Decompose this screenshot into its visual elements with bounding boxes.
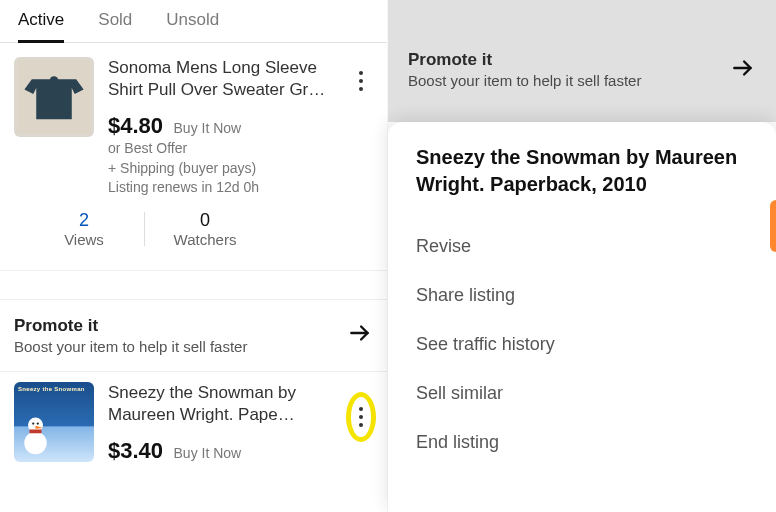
listing-renews: Listing renews in 12d 0h: [108, 178, 349, 198]
listing-card[interactable]: Sonoma Mens Long Sleeve Shirt Pull Over …: [0, 43, 387, 270]
watchers-label: Watchers: [145, 231, 265, 248]
listing-offer: or Best Offer: [108, 139, 349, 159]
sell-similar-action[interactable]: Sell similar: [416, 369, 748, 418]
sheet-listing-title: Sneezy the Snowman by Maureen Wright. Pa…: [416, 144, 748, 198]
views-count: 2: [24, 210, 144, 231]
svg-point-7: [37, 422, 39, 424]
arrow-right-icon: [730, 55, 756, 85]
listing-status-tabs: Active Sold Unsold: [0, 0, 387, 43]
listing-price-type: Buy It Now: [174, 445, 242, 461]
listing-price: $3.40: [108, 438, 163, 463]
listing-thumbnail: [14, 57, 94, 137]
watchers-count: 0: [145, 210, 265, 231]
views-label: Views: [24, 231, 144, 248]
listing-title: Sonoma Mens Long Sleeve Shirt Pull Over …: [108, 57, 349, 101]
tab-active[interactable]: Active: [18, 4, 64, 43]
arrow-right-icon: [347, 320, 373, 350]
book-cover-title: Sneezy the Snowman: [18, 386, 90, 392]
watchers-stat[interactable]: 0 Watchers: [145, 210, 265, 248]
promote-subtitle: Boost your item to help it sell faster: [408, 72, 730, 89]
listing-stats: 2 Views 0 Watchers: [14, 198, 373, 266]
tab-sold[interactable]: Sold: [98, 4, 132, 42]
see-traffic-history-action[interactable]: See traffic history: [416, 320, 748, 369]
end-listing-action[interactable]: End listing: [416, 418, 748, 467]
promote-it-banner[interactable]: Promote it Boost your item to help it se…: [388, 50, 776, 89]
more-options-icon[interactable]: [351, 67, 371, 95]
edge-indicator: [770, 200, 776, 252]
promote-title: Promote it: [408, 50, 730, 70]
listing-shipping: + Shipping (buyer pays): [108, 159, 349, 179]
promote-title: Promote it: [14, 316, 347, 336]
listing-thumbnail: Sneezy the Snowman: [14, 382, 94, 462]
listing-card[interactable]: Sneezy the Snowman Sneezy the Snowman by…: [0, 372, 387, 468]
listing-price-type: Buy It Now: [174, 120, 242, 136]
promote-it-banner[interactable]: Promote it Boost your item to help it se…: [0, 300, 387, 371]
revise-action[interactable]: Revise: [416, 222, 748, 271]
svg-point-4: [24, 432, 47, 455]
svg-rect-5: [30, 429, 42, 433]
share-listing-action[interactable]: Share listing: [416, 271, 748, 320]
svg-point-1: [50, 76, 59, 85]
listing-price: $4.80: [108, 113, 163, 138]
listing-title: Sneezy the Snowman by Maureen Wright. Pa…: [108, 382, 349, 426]
highlight-annotation: [346, 392, 376, 442]
more-options-icon[interactable]: [351, 403, 371, 431]
promote-subtitle: Boost your item to help it sell faster: [14, 338, 347, 355]
views-stat[interactable]: 2 Views: [24, 210, 144, 248]
listing-actions-sheet: Sneezy the Snowman by Maureen Wright. Pa…: [388, 122, 776, 512]
svg-point-6: [32, 422, 34, 424]
tab-unsold[interactable]: Unsold: [166, 4, 219, 42]
